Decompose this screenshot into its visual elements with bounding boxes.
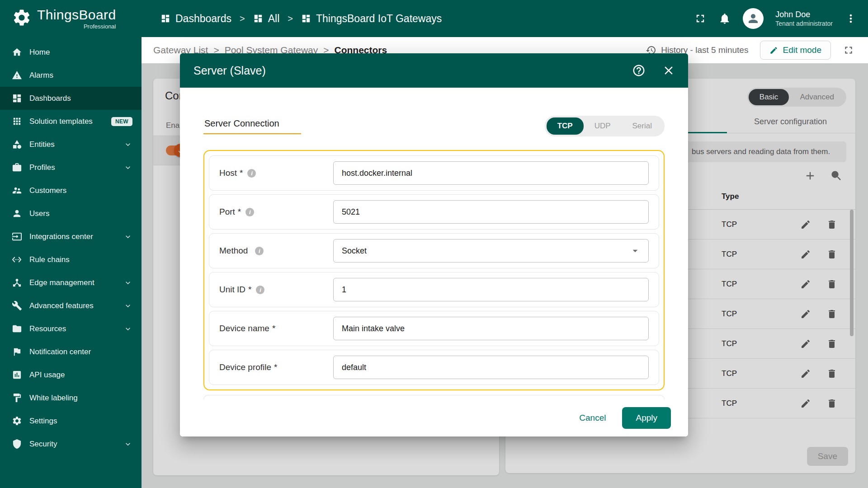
sidebar-item-white-labeling[interactable]: White labeling [0, 386, 142, 409]
advanced-icon [12, 300, 22, 311]
sidebar-item-label: Settings [29, 417, 132, 426]
entities-icon [12, 139, 22, 150]
sidebar-item-api-usage[interactable]: API usage [0, 363, 142, 386]
more-vert-icon [844, 12, 857, 25]
app-logo[interactable]: ThingsBoard Professional [0, 8, 142, 29]
text-input[interactable] [341, 168, 641, 178]
field-row-port: Port * i [209, 194, 659, 230]
brand-title: ThingsBoard [37, 8, 116, 22]
rule-chains-icon [12, 254, 22, 265]
api-usage-icon [12, 370, 22, 380]
sidebar-item-entities[interactable]: Entities [0, 133, 142, 156]
chevron-down-icon [123, 278, 132, 287]
sidebar-item-users[interactable]: Users [0, 202, 142, 225]
sidebar-item-label: Home [29, 48, 132, 57]
help-icon [632, 64, 646, 77]
fullscreen-icon [843, 44, 854, 56]
avatar[interactable] [743, 8, 764, 29]
sidebar-item-label: Security [29, 440, 123, 449]
protocol-udp-button[interactable]: UDP [584, 117, 622, 135]
sidebar-item-label: Users [29, 209, 132, 218]
sidebar-item-solution-templates[interactable]: Solution templates NEW [0, 110, 142, 133]
required-mark: * [274, 362, 277, 372]
integrations-icon [12, 231, 22, 242]
sidebar-item-profiles[interactable]: Profiles [0, 156, 142, 179]
text-input[interactable] [341, 285, 641, 295]
server-connection-fields: Host * i Port * i [203, 150, 665, 390]
protocol-tcp-button[interactable]: TCP [547, 117, 584, 135]
field-input[interactable] [333, 317, 649, 340]
info-icon[interactable]: i [255, 247, 264, 255]
users-icon [12, 208, 22, 219]
field-input[interactable] [333, 239, 649, 263]
dialog-title: Server (Slave) [193, 64, 266, 77]
breadcrumb-all[interactable]: All [253, 13, 280, 25]
text-input[interactable] [341, 246, 629, 256]
security-icon [12, 439, 22, 449]
edit-mode-button[interactable]: Edit mode [760, 41, 831, 60]
more-menu-button[interactable] [844, 12, 857, 25]
sidebar-item-advanced-features[interactable]: Advanced features [0, 294, 142, 317]
sidebar-item-home[interactable]: Home [0, 41, 142, 64]
sidebar-item-notification-center[interactable]: Notification center [0, 340, 142, 363]
protocol-serial-button[interactable]: Serial [622, 117, 663, 135]
info-icon[interactable]: i [245, 208, 254, 216]
sidebar-item-label: White labeling [29, 394, 132, 403]
sidebar-item-dashboards[interactable]: Dashboards [0, 87, 142, 110]
field-label: Unit ID [219, 285, 245, 295]
field-input[interactable] [333, 278, 649, 301]
field-row-method: Method i [209, 233, 659, 268]
help-button[interactable] [632, 64, 646, 77]
field-input[interactable] [333, 161, 649, 185]
required-mark: * [248, 285, 251, 295]
brand-subtitle: Professional [84, 23, 116, 29]
breadcrumb-current-dashboard[interactable]: ThingsBoard IoT Gateways [301, 13, 442, 25]
sidebar-item-settings[interactable]: Settings [0, 409, 142, 432]
field-label: Port [219, 207, 235, 217]
sidebar-item-rule-chains[interactable]: Rule chains [0, 248, 142, 271]
resources-icon [12, 324, 22, 334]
sidebar-item-label: Advanced features [29, 301, 123, 310]
field-row-device-profile: Device profile * [209, 350, 659, 385]
chevron-down-icon [123, 232, 132, 241]
dashboards-icon [12, 93, 22, 103]
text-input[interactable] [341, 207, 641, 217]
field-label: Method [219, 246, 248, 256]
sidebar-item-integrations-center[interactable]: Integrations center [0, 225, 142, 248]
server-slave-dialog: Server (Slave) Server Connection TCP UDP… [180, 53, 688, 436]
fullscreen-button[interactable] [694, 12, 707, 25]
sidebar-item-label: Solution templates [29, 117, 111, 126]
breadcrumb-dashboards[interactable]: Dashboards [160, 13, 231, 25]
top-bar: ThingsBoard Professional Dashboards > Al… [0, 0, 868, 37]
close-button[interactable] [662, 64, 675, 77]
apply-button[interactable]: Apply [622, 407, 671, 429]
profiles-icon [12, 162, 22, 173]
field-label: Host [219, 168, 237, 178]
expand-panel-button[interactable] [843, 44, 854, 56]
customers-icon [12, 185, 22, 196]
sidebar-item-customers[interactable]: Customers [0, 179, 142, 202]
chevron-down-icon [123, 163, 132, 172]
dropdown-arrow-icon[interactable] [629, 245, 641, 257]
dashboard-icon [160, 14, 170, 23]
field-row-host: Host * i [209, 155, 659, 191]
text-input[interactable] [341, 324, 641, 334]
sidebar-item-resources[interactable]: Resources [0, 317, 142, 340]
sidebar-item-label: Profiles [29, 163, 123, 172]
logo-gear-icon [12, 8, 32, 29]
dialog-header: Server (Slave) [180, 53, 688, 88]
cancel-button[interactable]: Cancel [576, 413, 609, 423]
field-input[interactable] [333, 356, 649, 379]
notifications-button[interactable] [718, 12, 731, 25]
chevron-down-icon [123, 440, 132, 449]
text-input[interactable] [341, 362, 641, 373]
sidebar-item-edge-management[interactable]: Edge management [0, 271, 142, 294]
sidebar-item-label: API usage [29, 371, 132, 380]
info-icon[interactable]: i [247, 169, 256, 178]
chevron-down-icon [123, 301, 132, 310]
sidebar-item-label: Customers [29, 186, 132, 195]
sidebar-item-security[interactable]: Security [0, 432, 142, 455]
info-icon[interactable]: i [256, 286, 264, 294]
sidebar-item-alarms[interactable]: Alarms [0, 64, 142, 87]
field-input[interactable] [333, 200, 649, 224]
